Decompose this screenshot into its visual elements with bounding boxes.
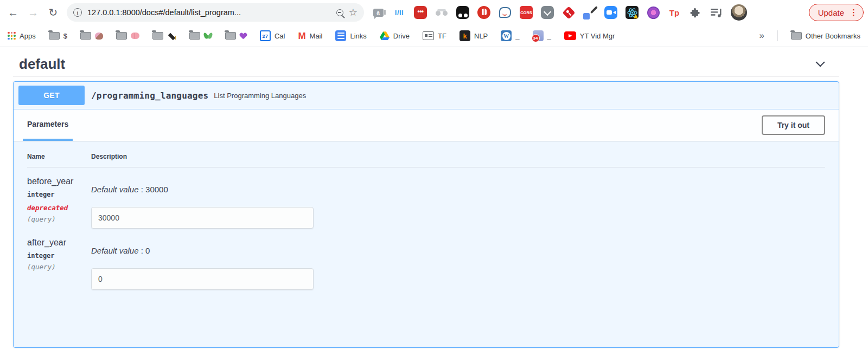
- back-icon[interactable]: ←: [7, 7, 20, 19]
- apps-shortcut[interactable]: Apps: [8, 32, 36, 40]
- folder-icon: [80, 32, 91, 40]
- folder-icon: [225, 32, 236, 40]
- bookmark-mail[interactable]: M Mail: [298, 31, 322, 41]
- binoculars-icon: [436, 9, 448, 16]
- smile-bubble-icon: [499, 7, 511, 18]
- graduation-cap-emoji-icon: [167, 33, 176, 40]
- operation-summary[interactable]: GET /programming_languages List Programm…: [14, 82, 839, 109]
- playlist-icon[interactable]: [710, 5, 724, 20]
- parameter-description-cell: Default value : 30000: [91, 177, 314, 229]
- youtube-icon: [564, 31, 576, 40]
- purple-heart-emoji-icon: [240, 33, 247, 40]
- bookmark-tf[interactable]: TF: [423, 31, 446, 40]
- browser-toolbar: ← → ↻ i 127.0.0.1:8000/docs#/default/lis…: [0, 0, 868, 25]
- parameters-body: Name Description before_year integer dep…: [14, 141, 839, 290]
- site-info-icon[interactable]: i: [73, 8, 82, 17]
- video-camera-icon: [604, 6, 617, 19]
- profile-avatar[interactable]: [731, 4, 747, 21]
- dark-reader-extension-icon[interactable]: [456, 5, 470, 20]
- default-value-label: Default value: [91, 185, 139, 194]
- carousel-horse-emoji-icon: [95, 33, 103, 40]
- zoom-out-icon[interactable]: [336, 9, 343, 16]
- tag-section-header[interactable]: default: [19, 52, 824, 76]
- chevron-down-icon[interactable]: [816, 58, 825, 67]
- default-value: 30000: [145, 185, 168, 194]
- parameter-row-after-year: after_year integer (query) Default value…: [27, 229, 825, 290]
- cors-extension-icon[interactable]: CORS: [519, 5, 533, 20]
- bookmark-34[interactable]: 34 _: [533, 30, 551, 41]
- tp-extension-icon[interactable]: Tp: [667, 5, 681, 20]
- brain-emoji-icon: [131, 33, 139, 39]
- folder-icon: [49, 32, 60, 40]
- flower-extension-icon[interactable]: [646, 5, 660, 20]
- stop-hand-extension-icon[interactable]: [477, 5, 491, 20]
- operation-path[interactable]: /programming_languages: [91, 90, 208, 101]
- bookmark-links[interactable]: Links: [335, 30, 366, 41]
- lastpass-extension-icon[interactable]: •••: [413, 5, 427, 20]
- bookmark-folder-purple-heart[interactable]: [225, 32, 247, 40]
- try-it-out-button[interactable]: Try it out: [762, 115, 825, 135]
- extensions-menu-icon[interactable]: [688, 5, 703, 20]
- react-devtools-extension-icon[interactable]: [625, 5, 639, 20]
- lines-extension-icon[interactable]: I/II: [392, 5, 406, 20]
- bookmark-folder-brain[interactable]: [116, 32, 139, 40]
- links-list-icon: [335, 30, 346, 41]
- zoom-extension-icon[interactable]: [604, 5, 618, 20]
- google-calendar-icon: 27: [260, 30, 271, 41]
- url-text[interactable]: 127.0.0.1:8000/docs#/default/list_progra…: [87, 8, 331, 17]
- screen-reader-extension-icon[interactable]: a: [371, 5, 385, 20]
- http-method-badge: GET: [18, 86, 85, 105]
- bookmarks-bar: Apps $ 27 Cal M Mail Links: [0, 25, 868, 47]
- bookmark-folder-carousel-horse[interactable]: [80, 32, 103, 40]
- after-year-input[interactable]: [91, 268, 314, 290]
- binoculars-extension-icon[interactable]: [435, 5, 449, 20]
- bookmark-star-icon[interactable]: ☆: [349, 8, 358, 17]
- default-value-note: Default value : 0: [91, 246, 314, 255]
- eyedropper-icon: [583, 5, 597, 20]
- update-button[interactable]: Update ⋮: [809, 4, 864, 21]
- chevron-shield-icon: [541, 6, 554, 19]
- default-value-separator: :: [139, 185, 146, 194]
- url-bar[interactable]: i 127.0.0.1:8000/docs#/default/list_prog…: [67, 3, 364, 22]
- reload-icon[interactable]: ↻: [47, 6, 60, 19]
- bookmark-folder-herb[interactable]: [189, 32, 212, 40]
- share-extension-icon[interactable]: [561, 5, 576, 20]
- card-icon: [423, 31, 434, 40]
- chat-smile-extension-icon[interactable]: [498, 5, 512, 20]
- bookmarks-overflow-chevron[interactable]: »: [759, 30, 764, 41]
- black-two-dots-icon: [456, 6, 469, 19]
- parameters-section-header: Parameters Try it out: [14, 109, 839, 141]
- bookmark-drive[interactable]: Drive: [380, 31, 410, 40]
- tab-parameters[interactable]: Parameters: [23, 109, 73, 141]
- default-value-separator: :: [139, 246, 146, 255]
- bookmark-label: Cal: [275, 32, 285, 40]
- bookmark-nlp[interactable]: k NLP: [459, 30, 488, 41]
- parameter-location: (query): [27, 263, 91, 271]
- red-dots-icon: •••: [414, 6, 427, 19]
- bookmark-wordpress[interactable]: W _: [501, 30, 519, 41]
- before-year-input[interactable]: [91, 207, 314, 229]
- tag-divider: [13, 76, 839, 76]
- bookmark-folder-graduation[interactable]: [152, 32, 176, 40]
- bookmark-yt-vid-mgr[interactable]: YT Vid Mgr: [564, 31, 615, 40]
- bookmark-calendar[interactable]: 27 Cal: [260, 30, 285, 41]
- bookmark-folder-money[interactable]: $: [49, 32, 67, 40]
- parameter-type: integer: [27, 191, 91, 198]
- colorzilla-extension-icon[interactable]: [583, 5, 597, 20]
- google-drive-icon: [380, 31, 390, 40]
- bookmark-label: Drive: [393, 32, 410, 40]
- column-header-description: Description: [91, 153, 127, 160]
- kebab-menu-icon[interactable]: ⋮: [850, 8, 858, 17]
- bookmark-label: Links: [350, 32, 366, 40]
- operation-summary-text: List Programming Languages: [214, 92, 306, 100]
- cors-icon: CORS: [520, 6, 533, 19]
- bookmark-label: YT Vid Mgr: [580, 32, 615, 40]
- parameter-name-cell: after_year integer (query): [27, 238, 91, 290]
- folder-icon: [189, 32, 200, 40]
- forward-icon[interactable]: →: [27, 7, 40, 19]
- pocket-extension-icon[interactable]: [540, 5, 554, 20]
- other-bookmarks[interactable]: Other Bookmarks: [791, 32, 860, 40]
- bookmark-label: Mail: [310, 32, 323, 40]
- parameter-description-cell: Default value : 0: [91, 238, 314, 290]
- operation-block-get: GET /programming_languages List Programm…: [13, 81, 839, 348]
